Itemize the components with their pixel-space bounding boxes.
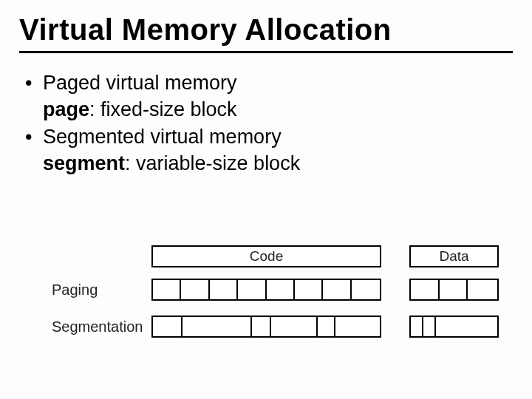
segmentation-label: Segmentation	[52, 318, 151, 335]
segmentation-code-box	[151, 316, 381, 338]
code-header-box: Code	[151, 245, 381, 267]
segmentation-row: Segmentation	[52, 315, 510, 338]
term-page: page	[43, 98, 89, 120]
page-cell	[468, 280, 497, 299]
header-strip: Code Data	[151, 245, 499, 267]
slide: Virtual Memory Allocation Paged virtual …	[0, 0, 532, 399]
paging-strip	[151, 279, 499, 301]
paging-code-box	[151, 279, 381, 301]
segment-cell	[335, 317, 380, 336]
segment-cell	[252, 317, 271, 336]
segmentation-data-box	[409, 316, 499, 338]
segment-cell	[411, 317, 423, 336]
page-cell	[295, 280, 323, 299]
segmentation-strip	[151, 316, 499, 338]
bullet-list: Paged virtual memory page: fixed-size bl…	[24, 69, 513, 177]
paging-data-box	[409, 279, 499, 301]
segment-cell	[271, 317, 318, 336]
segment-cell	[423, 317, 435, 336]
page-cell	[323, 280, 351, 299]
data-label: Data	[439, 248, 468, 265]
def-page: : fixed-size block	[89, 98, 237, 120]
diagram-header-row: Code Data	[52, 245, 510, 267]
bullet-page-def: page: fixed-size block	[24, 96, 513, 123]
page-cell	[440, 280, 468, 299]
page-cell	[153, 280, 181, 299]
page-cell	[411, 280, 440, 299]
def-segment: : variable-size block	[125, 152, 300, 174]
memory-diagram: Code Data Paging Segmentation	[52, 245, 510, 352]
segment-cell	[153, 317, 183, 336]
header-spacer	[52, 245, 151, 267]
bullet-segmented: Segmented virtual memory	[24, 123, 513, 150]
page-cell	[267, 280, 295, 299]
bullet-segment-def: segment: variable-size block	[24, 150, 513, 177]
term-segment: segment	[43, 152, 125, 174]
page-cell	[352, 280, 380, 299]
page-cell	[238, 280, 266, 299]
segment-cell	[318, 317, 335, 336]
page-cell	[181, 280, 209, 299]
segment-cell	[436, 317, 497, 336]
segment-cell	[183, 317, 253, 336]
code-label: Code	[250, 248, 283, 265]
paging-label: Paging	[52, 282, 151, 299]
page-cell	[210, 280, 238, 299]
bullet-paged: Paged virtual memory	[24, 69, 513, 96]
paging-row: Paging	[52, 278, 510, 301]
page-title: Virtual Memory Allocation	[19, 13, 513, 53]
data-header-box: Data	[409, 245, 499, 267]
